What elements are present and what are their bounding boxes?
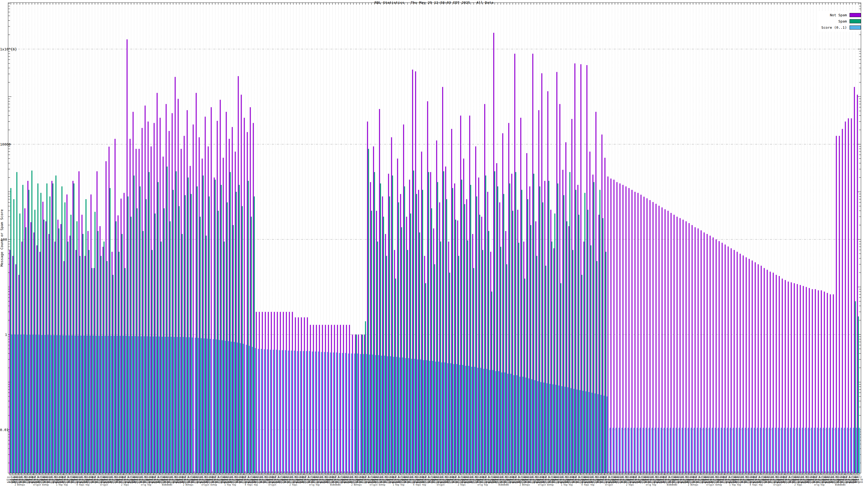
bar-spam (383, 217, 384, 473)
bar-notspam (184, 136, 185, 473)
bar-notspam (334, 325, 335, 473)
bar-notspam (85, 256, 86, 473)
bar-spam (389, 197, 390, 473)
bar-notspam (463, 159, 464, 473)
bar-notspam (809, 288, 810, 473)
bar-notspam (779, 276, 780, 473)
bar-spam (40, 193, 41, 473)
bar-notspam (172, 113, 173, 473)
bar-spam (251, 217, 252, 473)
bar-spam (380, 184, 381, 473)
bar-spam (542, 202, 543, 473)
bar-spam (19, 214, 20, 473)
bar-notspam (625, 187, 627, 473)
bar-notspam (229, 139, 230, 473)
bar-spam (127, 197, 129, 473)
bar-spam (233, 225, 234, 473)
bar-spam (374, 172, 375, 473)
bar-notspam (791, 282, 792, 473)
bar-notspam (120, 199, 122, 473)
bar-spam (599, 190, 600, 473)
bar-notspam (373, 147, 374, 473)
bars-layer (9, 33, 860, 473)
bar-spam (392, 175, 393, 473)
bar-notspam (124, 193, 125, 473)
bar-notspam (403, 124, 404, 473)
bar-spam (581, 275, 582, 473)
bar-spam (606, 252, 607, 473)
bar-notspam (836, 136, 837, 473)
bar-notspam (845, 122, 846, 473)
bar-spam (227, 202, 228, 473)
bar-spam (516, 172, 517, 473)
y-tick-label-0.01: 0.01 (0, 428, 7, 432)
bar-notspam (650, 200, 651, 473)
bar-notspam (755, 262, 756, 473)
bar-notspam (175, 77, 176, 473)
bar-notspam (69, 236, 70, 473)
bar-notspam (115, 139, 116, 473)
bar-notspam (94, 268, 95, 473)
bar-notspam (325, 325, 326, 473)
bar-spam (584, 193, 585, 473)
bar-notspam (466, 199, 467, 473)
bar-spam (524, 279, 525, 473)
bar-notspam (340, 325, 341, 473)
bar-notspam (710, 236, 711, 473)
bar-spam (104, 241, 105, 473)
bar-spam (218, 210, 219, 473)
bar-spam (10, 188, 11, 473)
bar-notspam (49, 234, 50, 473)
bar-notspam (575, 63, 576, 473)
bar-notspam (33, 232, 34, 473)
bar-spam (476, 197, 477, 473)
bar-notspam (788, 282, 789, 473)
bar-notspam (156, 93, 158, 473)
bar-notspam (217, 121, 218, 473)
bar-notspam (550, 210, 552, 473)
bar-spam (602, 218, 603, 473)
bar-notspam (499, 202, 500, 473)
bar-notspam (361, 334, 362, 473)
bar-notspam (833, 294, 834, 473)
bar-spam (464, 204, 465, 473)
bar-spam (203, 175, 204, 473)
bar-spam (377, 241, 378, 473)
bar-notspam (427, 101, 428, 473)
rbl-statistics-chart: 9@2zenY.2spambpkwdwdud1@3zen8spamwdorgeb… (0, 0, 868, 488)
bar-score (859, 428, 860, 473)
bar-spam (518, 242, 520, 473)
bar-notspam (16, 264, 17, 473)
bar-notspam (250, 107, 251, 473)
bar-notspam (526, 153, 527, 473)
bar-notspam (511, 174, 513, 473)
bar-spam (491, 292, 492, 473)
bar-notspam (274, 312, 275, 473)
bar-notspam (63, 261, 65, 473)
bar-spam (500, 247, 501, 473)
y-tick-label-100: 100 (0, 237, 7, 241)
bar-notspam (689, 223, 690, 473)
bar-spam (539, 187, 540, 473)
bar-notspam (797, 284, 798, 473)
bar-spam (557, 184, 558, 473)
bar-notspam (259, 312, 260, 473)
bar-notspam (514, 54, 516, 473)
bar-notspam (475, 147, 476, 473)
bar-notspam (523, 241, 524, 473)
bar-notspam (418, 190, 419, 473)
bar-notspam (586, 65, 588, 473)
bar-spam (560, 283, 561, 473)
bar-notspam (812, 289, 813, 473)
bar-notspam (565, 142, 566, 473)
bar-notspam (307, 318, 308, 473)
bar-notspam (454, 184, 455, 473)
bar-notspam (358, 334, 359, 473)
bar-notspam (857, 95, 858, 473)
bar-notspam (620, 184, 621, 473)
bar-notspam (628, 188, 629, 473)
bar-notspam (821, 290, 822, 473)
bar-notspam (385, 234, 386, 473)
bar-notspam (800, 285, 801, 473)
bar-spam (230, 172, 231, 473)
